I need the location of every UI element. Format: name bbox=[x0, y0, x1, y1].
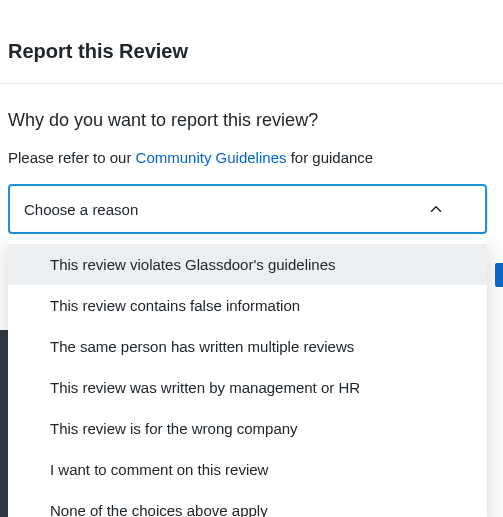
report-review-modal: Report this Review Why do you want to re… bbox=[0, 0, 503, 517]
reason-option[interactable]: This review contains false information bbox=[8, 285, 487, 326]
reason-dropdown[interactable]: This review violates Glassdoor's guideli… bbox=[8, 240, 487, 517]
chevron-up-icon bbox=[427, 200, 445, 218]
hint-post: for guidance bbox=[286, 149, 373, 166]
reason-option[interactable]: This review violates Glassdoor's guideli… bbox=[8, 244, 487, 285]
reason-option[interactable]: I want to comment on this review bbox=[8, 449, 487, 490]
modal-title: Report this Review bbox=[0, 0, 503, 83]
reason-select: Choose a reason This review violates Gla… bbox=[8, 184, 491, 234]
hint-text: Please refer to our Community Guidelines… bbox=[8, 149, 495, 166]
community-guidelines-link[interactable]: Community Guidelines bbox=[136, 149, 287, 166]
question-text: Why do you want to report this review? bbox=[8, 110, 495, 131]
reason-option[interactable]: The same person has written multiple rev… bbox=[8, 326, 487, 367]
submit-button-edge bbox=[495, 263, 503, 287]
reason-select-button[interactable]: Choose a reason bbox=[8, 184, 487, 234]
hint-pre: Please refer to our bbox=[8, 149, 136, 166]
reason-option[interactable]: None of the choices above apply bbox=[8, 490, 487, 517]
reason-option[interactable]: This review was written by management or… bbox=[8, 367, 487, 408]
reason-option[interactable]: This review is for the wrong company bbox=[8, 408, 487, 449]
form-section: Why do you want to report this review? P… bbox=[0, 84, 503, 234]
reason-select-value: Choose a reason bbox=[24, 201, 138, 218]
backdrop-left bbox=[0, 330, 8, 517]
